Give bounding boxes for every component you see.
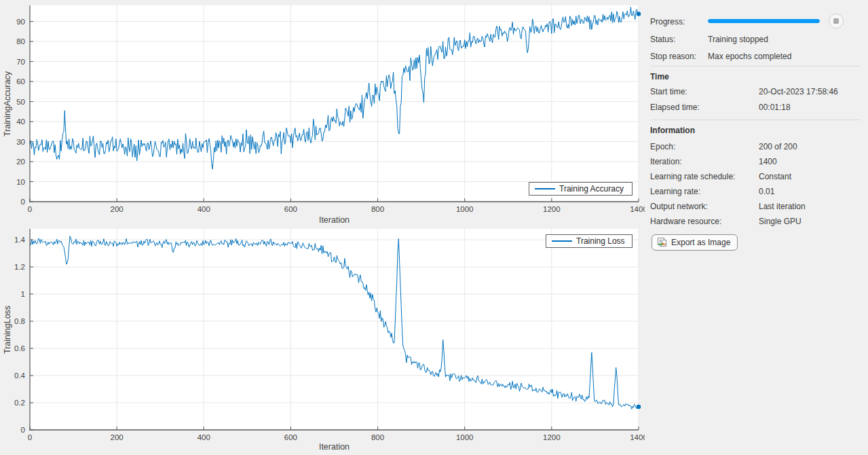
y-tick-label: 90 <box>16 18 25 26</box>
y-tick-label: 1.4 <box>14 236 26 244</box>
status-value: Training stopped <box>708 35 861 44</box>
epoch-row: Epoch: 200 of 200 <box>650 141 861 152</box>
progress-label: Progress: <box>650 17 708 26</box>
series-end-marker <box>637 405 641 409</box>
y-tick-label: 0.2 <box>14 399 25 407</box>
stop-icon <box>833 18 839 24</box>
accuracy-y-axis-label: TrainingAccuracy <box>1 5 14 202</box>
x-tick-label: 1200 <box>543 205 561 213</box>
accuracy-x-axis-label: Iteration <box>30 215 639 225</box>
information-section-header: Information <box>650 126 695 136</box>
info-panel: Progress: Status: Training stopped Stop … <box>645 0 868 455</box>
hardware-resource-row: Hardware resource: Single GPU <box>650 216 861 227</box>
export-as-image-button[interactable]: Export as Image <box>652 234 738 251</box>
lr-schedule-value: Constant <box>759 172 861 181</box>
section-divider <box>650 66 861 67</box>
y-tick-label: 20 <box>16 158 25 166</box>
x-tick-label: 1000 <box>456 205 474 213</box>
lr-schedule-label: Learning rate schedule: <box>650 172 759 181</box>
stop-reason-row: Stop reason: Max epochs completed <box>650 51 861 62</box>
output-network-label: Output network: <box>650 202 759 211</box>
time-section-header: Time <box>650 72 669 83</box>
x-tick-label: 600 <box>284 205 297 213</box>
y-tick-label: 0.6 <box>14 344 25 352</box>
y-tick-label: 30 <box>16 138 25 146</box>
iteration-value: 1400 <box>759 157 861 166</box>
x-tick-label: 1200 <box>543 433 561 441</box>
x-tick-label: 800 <box>371 433 384 441</box>
loss-y-axis-label: TrainingLoss <box>1 229 14 430</box>
x-tick-label: 0 <box>28 433 32 441</box>
y-tick-label: 80 <box>16 37 25 46</box>
hardware-resource-label: Hardware resource: <box>650 217 759 226</box>
hardware-resource-value: Single GPU <box>759 217 861 226</box>
legend-line-sample <box>552 240 572 242</box>
y-tick-label: 1.2 <box>14 263 25 271</box>
start-time-value: 20-Oct-2023 17:58:46 <box>759 87 861 96</box>
plot-background <box>30 5 639 202</box>
figure-area: 0200400600800100012001400010203040506070… <box>0 0 645 455</box>
accuracy-legend: Training Accuracy <box>529 182 633 196</box>
training-progress-window: { "panel": { "progress": { "label": "Pro… <box>0 0 868 455</box>
loss-legend-label: Training Loss <box>576 236 625 246</box>
x-tick-label: 200 <box>111 205 124 213</box>
series-end-marker <box>637 12 641 16</box>
y-tick-label: 40 <box>16 117 25 126</box>
status-row: Status: Training stopped <box>650 34 861 45</box>
epoch-value: 200 of 200 <box>759 142 861 151</box>
y-tick-label: 0.4 <box>14 371 26 380</box>
y-tick-label: 0 <box>21 426 25 434</box>
progress-bar <box>708 19 820 23</box>
y-tick-label: 50 <box>16 98 25 106</box>
lr-schedule-row: Learning rate schedule: Constant <box>650 171 861 182</box>
x-tick-label: 200 <box>111 433 124 441</box>
export-image-icon <box>657 237 668 248</box>
accuracy-legend-label: Training Accuracy <box>559 184 624 194</box>
output-network-row: Output network: Last iteration <box>650 201 861 212</box>
elapsed-time-row: Elapsed time: 00:01:18 <box>650 102 861 113</box>
y-tick-label: 70 <box>16 58 25 66</box>
progress-bar-fill <box>708 19 820 23</box>
elapsed-time-value: 00:01:18 <box>759 103 861 112</box>
section-divider <box>650 120 861 120</box>
start-time-row: Start time: 20-Oct-2023 17:58:46 <box>650 86 861 97</box>
epoch-label: Epoch: <box>650 142 759 151</box>
iteration-label: Iteration: <box>650 157 759 166</box>
elapsed-time-label: Elapsed time: <box>650 103 759 112</box>
learning-rate-row: Learning rate: 0.01 <box>650 186 861 197</box>
start-time-label: Start time: <box>650 87 759 96</box>
legend-line-sample <box>535 188 555 189</box>
iteration-row: Iteration: 1400 <box>650 156 861 167</box>
loss-legend: Training Loss <box>546 234 633 248</box>
stop-reason-label: Stop reason: <box>650 52 708 61</box>
learning-rate-label: Learning rate: <box>650 187 759 196</box>
status-label: Status: <box>650 35 708 44</box>
learning-rate-value: 0.01 <box>759 187 861 196</box>
y-tick-label: 0.8 <box>14 317 25 325</box>
x-tick-label: 400 <box>197 433 210 441</box>
x-tick-label: 800 <box>371 205 384 213</box>
x-tick-label: 0 <box>28 205 32 213</box>
y-tick-label: 60 <box>16 77 25 86</box>
x-tick-label: 600 <box>284 433 297 441</box>
y-tick-label: 0 <box>21 198 25 206</box>
stop-button[interactable] <box>829 14 844 29</box>
training-loss-plot: 020040060080010001200140000.20.40.60.811… <box>0 228 645 455</box>
loss-x-axis-label: Iteration <box>30 442 639 452</box>
y-tick-label: 10 <box>16 178 25 186</box>
plot-background <box>30 229 639 430</box>
x-tick-label: 400 <box>197 205 210 213</box>
x-tick-label: 1000 <box>456 433 474 441</box>
y-tick-label: 1 <box>21 290 25 298</box>
stop-reason-value: Max epochs completed <box>708 52 861 61</box>
output-network-value: Last iteration <box>759 202 861 211</box>
export-button-label: Export as Image <box>671 238 730 247</box>
